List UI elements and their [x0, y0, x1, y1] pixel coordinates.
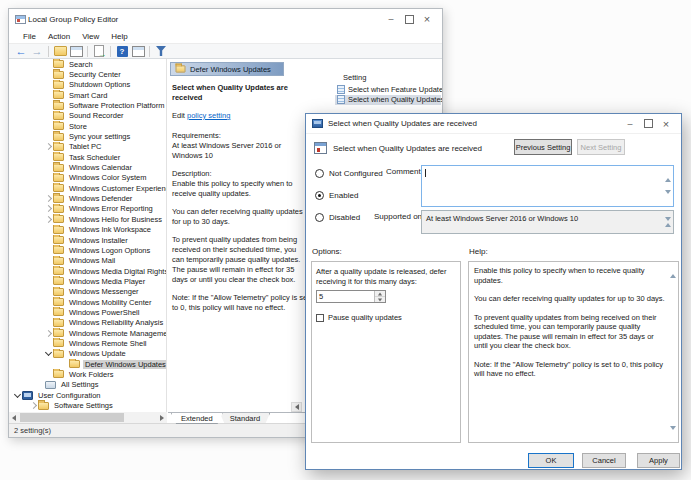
expander-icon[interactable]	[44, 194, 53, 203]
radio-button-icon[interactable]	[315, 213, 324, 222]
export-list-icon[interactable]	[92, 45, 106, 58]
minimize-icon[interactable]	[382, 12, 400, 26]
separator[interactable]	[85, 45, 90, 58]
radio-option[interactable]: Disabled	[315, 212, 383, 223]
console-window-icon[interactable]	[131, 45, 145, 58]
tree-item[interactable]: Work Folders	[9, 369, 166, 379]
tree-item[interactable]: Windows Reliability Analysis	[9, 318, 166, 328]
tree-item[interactable]: Security Center	[9, 69, 166, 79]
supported-on-field[interactable]: At least Windows Server 2016 or Windows …	[421, 210, 674, 234]
tree-item[interactable]: Shutdown Options	[9, 80, 166, 90]
tree-item[interactable]: Store	[9, 121, 166, 131]
tree-item[interactable]: All Settings	[9, 380, 166, 390]
expander-icon[interactable]	[13, 391, 22, 400]
tree-item[interactable]: Windows Media Player	[9, 276, 166, 286]
scroll-up-icon[interactable]	[665, 169, 671, 178]
tree-item[interactable]: User Configuration	[9, 390, 166, 400]
tree-horizontal-scrollbar[interactable]	[9, 412, 167, 423]
close-icon[interactable]	[418, 12, 436, 26]
tree-item[interactable]: Windows Defender	[9, 193, 166, 203]
tree-item[interactable]: Windows Calendar	[9, 162, 166, 172]
minimize-icon[interactable]	[621, 117, 639, 131]
tree-item[interactable]: Windows Ink Workspace	[9, 225, 166, 235]
tree-item-label: Windows Reliability Analysis	[67, 318, 165, 327]
scroll-left-icon[interactable]	[9, 412, 19, 423]
spinner-down-button[interactable]	[375, 296, 385, 302]
pause-quality-updates-checkbox[interactable]: Pause quality updates	[316, 313, 456, 323]
maximize-icon[interactable]	[639, 117, 657, 131]
defer-days-value[interactable]: 5	[317, 291, 374, 302]
ok-button[interactable]: OK	[528, 453, 574, 468]
tree-item[interactable]: Windows Customer Experience	[9, 183, 166, 193]
scroll-up-icon[interactable]	[670, 265, 676, 275]
expander-icon[interactable]	[44, 204, 53, 213]
back-arrow-icon[interactable]	[14, 45, 28, 58]
maximize-icon[interactable]	[400, 12, 418, 26]
expander-icon[interactable]	[44, 215, 53, 224]
tree-item[interactable]: Windows Installer	[9, 235, 166, 245]
tree-item[interactable]: Smart Card	[9, 90, 166, 100]
tree-item[interactable]: Sync your settings	[9, 131, 166, 141]
main-titlebar[interactable]: Local Group Policy Editor	[9, 9, 442, 29]
menu-item[interactable]: File	[17, 32, 42, 41]
tree-item[interactable]: Windows Logon Options	[9, 245, 166, 255]
tree-item[interactable]: Windows PowerShell	[9, 307, 166, 317]
tree-item[interactable]: Task Scheduler	[9, 152, 166, 162]
expander-icon[interactable]	[44, 142, 53, 151]
comment-field[interactable]	[421, 165, 674, 207]
expander-icon[interactable]	[44, 349, 53, 358]
filter-icon[interactable]	[154, 45, 168, 58]
tree-item[interactable]: Windows Update	[9, 349, 166, 359]
tree-item[interactable]: Windows Messenger	[9, 287, 166, 297]
previous-setting-button[interactable]: Previous Setting	[514, 139, 572, 155]
forward-arrow-icon[interactable]	[30, 45, 44, 58]
tree-item[interactable]: Windows Hello for Business	[9, 214, 166, 224]
radio-button-icon[interactable]	[315, 191, 324, 200]
radio-button-icon[interactable]	[315, 169, 324, 178]
tree-item[interactable]: Software Settings	[9, 400, 166, 410]
radio-option[interactable]: Not Configured	[315, 168, 383, 179]
separator[interactable]	[46, 45, 51, 58]
edit-policy-setting-link[interactable]: policy setting	[187, 111, 230, 120]
cancel-button[interactable]: Cancel	[582, 453, 626, 468]
tree-item[interactable]: Windows Error Reporting	[9, 204, 166, 214]
settings-list-item[interactable]: Select when Feature Updates are received	[335, 84, 441, 95]
separator[interactable]	[147, 45, 152, 58]
checkbox-icon[interactable]	[316, 314, 324, 322]
up-folder-icon[interactable]	[53, 45, 67, 58]
tree-item[interactable]: Tablet PC	[9, 142, 166, 152]
tree-item[interactable]: Defer Windows Updates	[9, 359, 166, 369]
dialog-titlebar[interactable]: Select when Quality Updates are received	[306, 114, 681, 134]
scroll-down-icon[interactable]	[670, 430, 676, 440]
tree-item[interactable]: Windows Mobility Center	[9, 297, 166, 307]
tree-item[interactable]: Windows Color System	[9, 173, 166, 183]
settings-column-header[interactable]: Setting	[335, 73, 441, 84]
radio-option[interactable]: Enabled	[315, 190, 383, 201]
separator[interactable]	[108, 45, 113, 58]
menu-item[interactable]: View	[76, 32, 105, 41]
view-tab[interactable]: Extended	[171, 413, 223, 424]
expander-icon[interactable]	[44, 329, 53, 338]
tree-item[interactable]: Windows Remote Shell	[9, 338, 166, 348]
tree-item[interactable]: Search	[9, 59, 166, 69]
scroll-down-icon[interactable]	[665, 194, 671, 203]
tree-item[interactable]: Windows Mail	[9, 256, 166, 266]
tree-item[interactable]: Windows Remote Management	[9, 328, 166, 338]
tree-item[interactable]: Windows Media Digital Rights	[9, 266, 166, 276]
scroll-down-icon[interactable]	[665, 221, 671, 230]
settings-list-item[interactable]: Select when Quality Updates are received	[335, 95, 441, 106]
tree-item[interactable]: Sound Recorder	[9, 111, 166, 121]
menu-item[interactable]: Action	[42, 32, 76, 41]
menu-item[interactable]: Help	[105, 32, 133, 41]
description-scroll-left-icon[interactable]	[291, 402, 302, 412]
expander-icon[interactable]	[29, 401, 38, 410]
console-window-icon[interactable]	[69, 45, 83, 58]
close-icon[interactable]	[657, 117, 675, 131]
tree-item[interactable]: Software Protection Platform	[9, 100, 166, 110]
scroll-right-icon[interactable]	[157, 412, 167, 423]
defer-days-spinner[interactable]: 5	[316, 290, 386, 303]
scrollbar-thumb[interactable]	[20, 413, 124, 422]
apply-button[interactable]: Apply	[637, 453, 680, 468]
next-setting-button[interactable]: Next Setting	[577, 139, 625, 155]
help-icon[interactable]	[115, 45, 129, 58]
